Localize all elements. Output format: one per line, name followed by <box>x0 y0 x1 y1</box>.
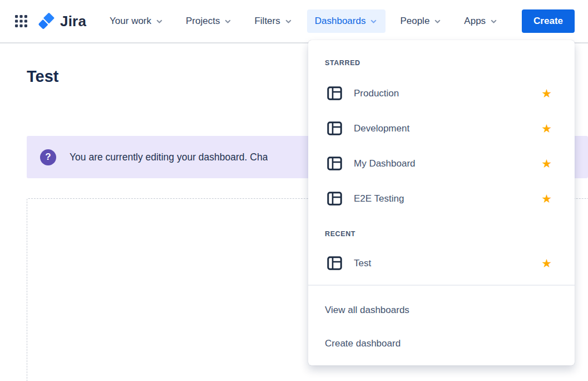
star-icon[interactable]: ★ <box>541 193 552 204</box>
jira-logo[interactable]: Jira <box>37 11 86 31</box>
nav-item-people[interactable]: People <box>392 9 449 33</box>
dashboard-icon <box>327 86 342 100</box>
nav-item-projects[interactable]: Projects <box>178 9 240 33</box>
jira-logo-icon <box>37 11 57 31</box>
nav-item-label: Apps <box>464 16 486 27</box>
chevron-down-icon <box>490 17 498 26</box>
dashboard-name: E2E Testing <box>354 193 541 204</box>
chevron-down-icon <box>284 17 293 26</box>
primary-nav: Your work Projects Filters Dashboards Pe… <box>98 9 509 33</box>
nav-item-filters[interactable]: Filters <box>246 9 300 33</box>
dropdown-section-heading-starred: STARRED <box>308 59 575 67</box>
help-icon: ? <box>40 149 56 165</box>
dashboard-name: Production <box>354 88 541 99</box>
starred-dashboards-list: Production ★ Development ★ My Dashboard … <box>308 76 575 216</box>
dashboard-name: Development <box>354 123 541 134</box>
top-navbar: Jira Your work Projects Filters Dashboar… <box>0 0 588 43</box>
dashboard-icon <box>327 157 342 170</box>
star-icon[interactable]: ★ <box>541 123 552 134</box>
recent-dashboards-list: Test ★ <box>308 246 575 281</box>
dashboard-name: Test <box>354 258 541 269</box>
chevron-down-icon <box>369 17 378 26</box>
create-button[interactable]: Create <box>522 9 575 33</box>
dashboards-dropdown-menu: STARRED Production ★ Development ★ My Da… <box>308 40 575 365</box>
dashboard-name: My Dashboard <box>354 158 541 169</box>
dashboard-menu-item-my-dashboard[interactable]: My Dashboard ★ <box>308 146 575 181</box>
chevron-down-icon <box>155 17 164 26</box>
view-all-dashboards-link[interactable]: View all dashboards <box>308 294 575 327</box>
dashboard-menu-item-development[interactable]: Development ★ <box>308 111 575 146</box>
chevron-down-icon <box>433 17 442 26</box>
dropdown-section-heading-recent: RECENT <box>308 230 575 238</box>
star-icon[interactable]: ★ <box>541 87 552 99</box>
dashboard-menu-item-production[interactable]: Production ★ <box>308 76 575 111</box>
dashboard-icon <box>327 121 342 135</box>
dashboard-icon <box>327 192 342 206</box>
star-icon[interactable]: ★ <box>541 158 552 169</box>
app-switcher-button[interactable] <box>11 11 31 31</box>
dashboard-icon <box>327 256 342 270</box>
dashboard-menu-item-e2e-testing[interactable]: E2E Testing ★ <box>308 181 575 216</box>
nav-item-apps[interactable]: Apps <box>456 9 506 33</box>
jira-logo-text: Jira <box>60 13 86 30</box>
nav-item-your-work[interactable]: Your work <box>102 9 171 33</box>
dashboard-menu-item-test[interactable]: Test ★ <box>308 246 575 281</box>
nav-item-label: Filters <box>254 16 280 27</box>
create-dashboard-link[interactable]: Create dashboard <box>308 327 575 360</box>
banner-message: You are currently editing your dashboard… <box>70 152 268 163</box>
grid-icon <box>13 13 29 29</box>
chevron-down-icon <box>224 17 232 26</box>
nav-item-label: Projects <box>186 16 220 27</box>
nav-item-dashboards[interactable]: Dashboards <box>307 9 386 33</box>
nav-item-label: Your work <box>110 16 151 27</box>
dropdown-footer: View all dashboards Create dashboard <box>308 286 575 360</box>
nav-item-label: Dashboards <box>315 16 366 27</box>
nav-item-label: People <box>400 16 429 27</box>
star-icon[interactable]: ★ <box>541 257 552 269</box>
